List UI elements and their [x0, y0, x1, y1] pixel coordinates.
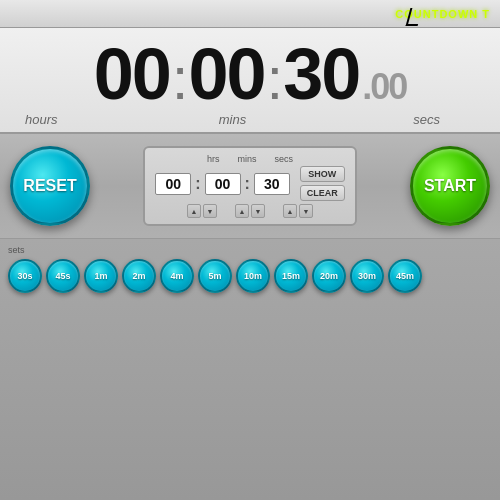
- secs-display: 30: [283, 38, 359, 110]
- input-row: : : SHOW CLEAR: [155, 166, 345, 201]
- presets-label: sets: [8, 245, 492, 255]
- hours-up[interactable]: ▲: [187, 204, 201, 218]
- secs-down[interactable]: ▼: [299, 204, 313, 218]
- mins-down[interactable]: ▼: [251, 204, 265, 218]
- mins-input-label: mins: [237, 154, 256, 164]
- secs-up[interactable]: ▲: [283, 204, 297, 218]
- secs-input[interactable]: [254, 173, 290, 195]
- clear-button[interactable]: CLEAR: [300, 185, 345, 201]
- hrs-label: hrs: [207, 154, 220, 164]
- app-container: COUNTDOWN T 00 : 00 : 30 .00 hours mins …: [0, 0, 500, 500]
- preset-btn-45s[interactable]: 45s: [46, 259, 80, 293]
- time-display: 00 : 00 : 30 .00: [94, 38, 407, 110]
- mins-input[interactable]: [205, 173, 241, 195]
- ms-display: .00: [362, 69, 406, 105]
- colon-sep-2: :: [245, 175, 250, 193]
- mins-label: mins: [163, 112, 301, 127]
- show-button[interactable]: SHOW: [300, 166, 345, 182]
- hours-input[interactable]: [155, 173, 191, 195]
- hours-down[interactable]: ▼: [203, 204, 217, 218]
- preset-btn-15m[interactable]: 15m: [274, 259, 308, 293]
- spinners-row: ▲ ▼ ▲ ▼ ▲ ▼: [187, 204, 313, 218]
- preset-btn-45m[interactable]: 45m: [388, 259, 422, 293]
- preset-btn-1m[interactable]: 1m: [84, 259, 118, 293]
- reset-button[interactable]: RESET: [10, 146, 90, 226]
- preset-btn-30s[interactable]: 30s: [8, 259, 42, 293]
- start-button[interactable]: START: [410, 146, 490, 226]
- preset-btn-20m[interactable]: 20m: [312, 259, 346, 293]
- presets-section: sets 30s45s1m2m4m5m10m15m20m30m45m: [0, 239, 500, 500]
- presets-row: 30s45s1m2m4m5m10m15m20m30m45m: [8, 259, 492, 293]
- preset-btn-30m[interactable]: 30m: [350, 259, 384, 293]
- hours-label: hours: [25, 112, 163, 127]
- hours-display: 00: [94, 38, 170, 110]
- time-labels: hours mins secs: [10, 112, 490, 127]
- input-panel: hrs mins secs : : SHOW CLEAR ▲ ▼: [143, 146, 357, 226]
- preset-btn-10m[interactable]: 10m: [236, 259, 270, 293]
- mins-display: 00: [188, 38, 264, 110]
- preset-btn-5m[interactable]: 5m: [198, 259, 232, 293]
- preset-btn-4m[interactable]: 4m: [160, 259, 194, 293]
- secs-label: secs: [302, 112, 440, 127]
- display-section: 00 : 00 : 30 .00 hours mins secs: [0, 28, 500, 134]
- mins-spinner: ▲ ▼: [235, 204, 265, 218]
- side-buttons: SHOW CLEAR: [300, 166, 345, 201]
- colon-sep-1: :: [195, 175, 200, 193]
- top-bar: COUNTDOWN T: [0, 0, 500, 28]
- secs-input-label: secs: [275, 154, 294, 164]
- secs-spinner: ▲ ▼: [283, 204, 313, 218]
- preset-btn-2m[interactable]: 2m: [122, 259, 156, 293]
- mins-up[interactable]: ▲: [235, 204, 249, 218]
- input-panel-labels: hrs mins secs: [207, 154, 293, 164]
- hours-spinner: ▲ ▼: [187, 204, 217, 218]
- app-title: COUNTDOWN T: [395, 8, 490, 20]
- sep1: :: [172, 49, 187, 109]
- sep2: :: [267, 49, 282, 109]
- controls-section: RESET hrs mins secs : : SHOW CLEAR: [0, 134, 500, 239]
